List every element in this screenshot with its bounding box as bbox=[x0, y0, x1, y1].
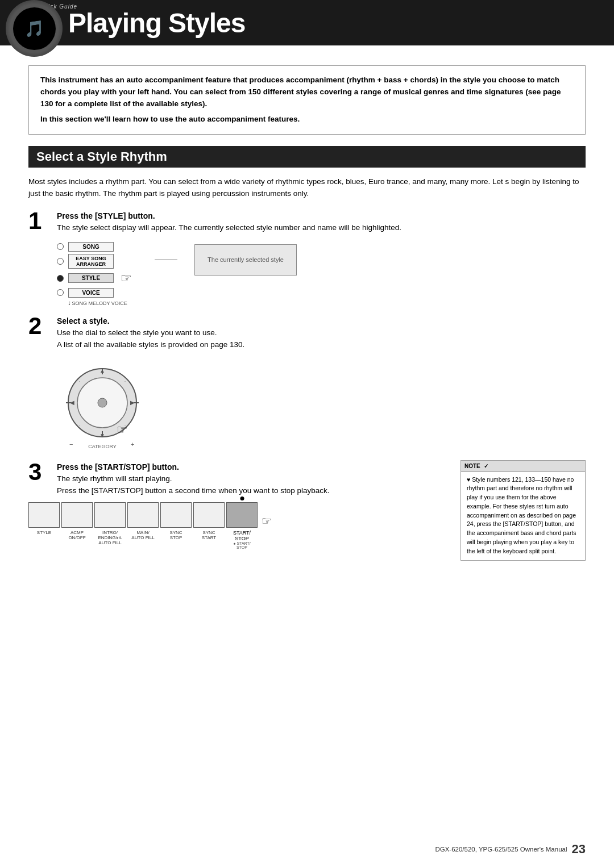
easy-song-button: EASY SONGARRANGER bbox=[68, 254, 114, 269]
key-sync-stop bbox=[160, 502, 192, 528]
step-3-content: Press the [START/STOP] button. The style… bbox=[52, 460, 449, 497]
step-3-desc2: Press the [START/STOP] button a second t… bbox=[57, 485, 449, 497]
button-list: SONG EASY SONGARRANGER STYLE ☞ VOICE ♩ S… bbox=[57, 242, 132, 306]
display-screen: The currently selected style bbox=[194, 244, 297, 276]
step-2-title: Select a style. bbox=[57, 316, 586, 326]
step-3-number: 3 bbox=[28, 460, 52, 484]
keyboard-buttons: ☞ bbox=[28, 502, 272, 528]
step-3: 3 Press the [START/STOP] button. The sty… bbox=[28, 460, 449, 497]
page-header: 🎵 Quick Guide Playing Styles bbox=[0, 0, 614, 45]
key-main bbox=[127, 502, 159, 528]
footer-model: DGX-620/520, YPG-625/525 Owner's Manual bbox=[435, 846, 567, 853]
svg-text:−: − bbox=[69, 441, 73, 448]
key-acmp bbox=[61, 502, 93, 528]
intro-box: This instrument has an auto accompanimen… bbox=[28, 65, 586, 135]
voice-button: VOICE bbox=[68, 288, 114, 298]
svg-text:·: · bbox=[125, 378, 126, 384]
logo-figure-icon: 🎵 bbox=[24, 19, 44, 38]
button-row-song: SONG bbox=[57, 242, 132, 252]
style-indicator bbox=[57, 275, 64, 282]
step-1: 1 Press the [STYLE] button. The style se… bbox=[28, 209, 586, 234]
connector-line bbox=[155, 260, 177, 260]
dial-container: ▲ ▶ ◀ ▼ · · · · CATEGORY − + ☞ bbox=[57, 360, 586, 451]
body-text: Most styles includes a rhythm part. You … bbox=[28, 176, 586, 200]
label-sync-start: SYNCSTART bbox=[193, 530, 225, 549]
note-box: NOTE ✓ ♥ Style numbers 121, 133—150 have… bbox=[460, 460, 586, 561]
keyboard-hand-icon: ☞ bbox=[262, 514, 272, 528]
step-2: 2 Select a style. Use the dial to select… bbox=[28, 314, 586, 351]
display-label: The currently selected style bbox=[208, 256, 284, 263]
step-1-content: Press the [STYLE] button. The style sele… bbox=[52, 209, 586, 234]
step-1-number: 1 bbox=[28, 209, 52, 233]
page-title: Playing Styles bbox=[68, 7, 245, 39]
page-footer: DGX-620/520, YPG-625/525 Owner's Manual … bbox=[435, 842, 586, 857]
step-1-title: Press the [STYLE] button. bbox=[57, 211, 586, 220]
note-content: ♥ Style numbers 121, 133—150 have no rhy… bbox=[467, 475, 579, 556]
step-3-title: Press the [START/STOP] button. bbox=[57, 462, 449, 471]
note-icon: ✓ bbox=[484, 462, 488, 470]
keyboard-panel: ☞ STYLE ACMPON/OFF INTRO/ENDING/rit.AUTO… bbox=[28, 502, 449, 549]
display-area: The currently selected style bbox=[155, 244, 297, 276]
note-area: NOTE ✓ ♥ Style numbers 121, 133—150 have… bbox=[460, 460, 586, 561]
song-melody-voice-label: ♩ SONG MELODY VOICE bbox=[57, 301, 132, 306]
svg-text:·: · bbox=[79, 378, 81, 384]
step-2-number: 2 bbox=[28, 314, 52, 338]
keyboard-labels: STYLE ACMPON/OFF INTRO/ENDING/rit.AUTO F… bbox=[28, 530, 272, 549]
note-label: NOTE bbox=[464, 462, 480, 470]
step-1-desc: The style select display will appear. Th… bbox=[57, 222, 586, 234]
step-2-desc1: Use the dial to select the style you wan… bbox=[57, 327, 586, 339]
quick-guide-logo: 🎵 bbox=[6, 0, 63, 57]
step-3-area: 3 Press the [START/STOP] button. The sty… bbox=[28, 460, 449, 550]
main-content: This instrument has an auto accompanimen… bbox=[0, 45, 614, 572]
note-header: NOTE ✓ bbox=[461, 461, 585, 472]
key-start-stop-wrapper bbox=[226, 502, 258, 528]
button-row-voice: VOICE bbox=[57, 288, 132, 298]
label-main: MAIN/AUTO FILL bbox=[127, 530, 159, 549]
button-panel: SONG EASY SONGARRANGER STYLE ☞ VOICE ♩ S… bbox=[57, 242, 586, 306]
key-start-stop bbox=[226, 502, 258, 528]
section-heading: Select a Style Rhythm bbox=[28, 146, 586, 168]
step-2-content: Select a style. Use the dial to select t… bbox=[52, 314, 586, 351]
bottom-section: 3 Press the [START/STOP] button. The sty… bbox=[28, 460, 586, 561]
hand-cursor-icon: ☞ bbox=[121, 271, 132, 286]
label-sync-stop: SYNCSTOP bbox=[160, 530, 192, 549]
button-row-easy-song: EASY SONGARRANGER bbox=[57, 254, 132, 269]
footer-page: 23 bbox=[572, 842, 586, 857]
svg-text:+: + bbox=[131, 441, 134, 448]
svg-point-2 bbox=[98, 398, 107, 407]
svg-text:CATEGORY: CATEGORY bbox=[88, 444, 117, 449]
easy-song-indicator bbox=[57, 258, 64, 265]
key-intro bbox=[94, 502, 126, 528]
intro-paragraph-1: This instrument has an auto accompanimen… bbox=[40, 74, 574, 110]
button-row-style: STYLE ☞ bbox=[57, 271, 132, 286]
style-button: STYLE bbox=[68, 273, 114, 283]
song-button: SONG bbox=[68, 242, 114, 252]
label-acmp: ACMPON/OFF bbox=[61, 530, 93, 549]
svg-text:☞: ☞ bbox=[117, 423, 128, 437]
step-3-desc1: The style rhythm will start playing. bbox=[57, 473, 449, 485]
label-start-stop: START/STOP ● START/STOP bbox=[226, 530, 258, 549]
key-style bbox=[28, 502, 60, 528]
key-sync-start bbox=[193, 502, 225, 528]
label-intro: INTRO/ENDING/rit.AUTO FILL bbox=[94, 530, 126, 549]
dial-illustration: ▲ ▶ ◀ ▼ · · · · CATEGORY − + ☞ bbox=[57, 360, 148, 451]
intro-paragraph-2: In this section we'll learn how to use t… bbox=[40, 114, 574, 126]
label-style: STYLE bbox=[28, 530, 60, 549]
song-indicator bbox=[57, 243, 64, 250]
voice-indicator bbox=[57, 289, 64, 296]
step-2-desc2: A list of all the available styles is pr… bbox=[57, 339, 586, 351]
start-stop-dot bbox=[240, 496, 244, 500]
svg-text:·: · bbox=[79, 423, 81, 428]
